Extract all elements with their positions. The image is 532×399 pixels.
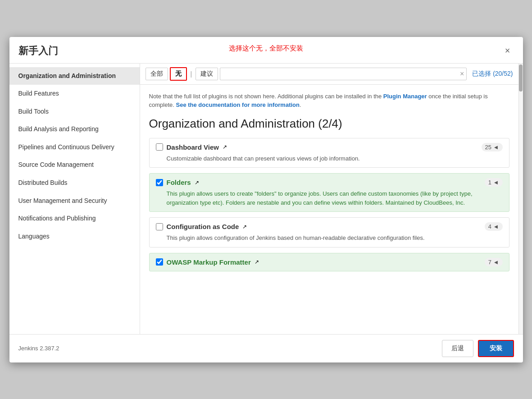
- plugin-count-folders: 1 ◄: [485, 178, 503, 187]
- dialog-title: 新手入门: [18, 44, 58, 58]
- plugin-name-folders: Folders: [167, 179, 191, 186]
- plugin-count-config-as-code: 4 ◄: [485, 222, 503, 231]
- sidebar-item-pipelines[interactable]: Pipelines and Continuous Delivery: [9, 138, 140, 156]
- plugin-item-config-as-code: Configuration as Code↗4 ◄This plugin all…: [149, 217, 509, 248]
- plugin-checkbox-folders[interactable]: [156, 179, 163, 186]
- sidebar-item-languages[interactable]: Languages: [9, 228, 140, 246]
- content-scroll: Note that the full list of plugins is no…: [140, 85, 518, 334]
- plugin-name-config-as-code: Configuration as Code: [167, 223, 239, 230]
- sidebar: Organization and AdministrationBuild Fea…: [9, 64, 140, 334]
- search-wrapper: ×: [220, 68, 467, 80]
- plugin-header-owasp-markup: OWASP Markup Formatter↗7 ◄: [156, 258, 503, 266]
- dialog-footer: Jenkins 2.387.2 后退 安装: [9, 334, 523, 362]
- plugin-desc-dashboard-view: Customizable dashboard that can present …: [156, 154, 503, 163]
- plugin-checkbox-owasp-markup[interactable]: [156, 258, 163, 266]
- search-input[interactable]: [220, 68, 467, 80]
- sidebar-item-distributed[interactable]: Distributed Builds: [9, 174, 140, 192]
- version-text: Jenkins 2.387.2: [18, 345, 59, 352]
- plugin-checkbox-config-as-code[interactable]: [156, 223, 163, 230]
- plugin-link-icon-dashboard-view[interactable]: ↗: [223, 144, 227, 150]
- plugin-header-config-as-code: Configuration as Code↗4 ◄: [156, 222, 503, 231]
- plugin-item-owasp-markup: OWASP Markup Formatter↗7 ◄: [149, 253, 509, 271]
- plugin-item-folders: Folders↗1 ◄This plugin allows users to c…: [149, 173, 509, 212]
- plugin-manager-link[interactable]: Plugin Manager: [383, 93, 427, 100]
- filter-all-button[interactable]: 全部: [146, 68, 168, 80]
- sidebar-item-build-tools[interactable]: Build Tools: [9, 103, 140, 121]
- sidebar-item-build-features[interactable]: Build Features: [9, 85, 140, 103]
- getting-started-dialog: 新手入门 选择这个无，全部不安装 × Organization and Admi…: [9, 37, 523, 362]
- plugin-checkbox-dashboard-view[interactable]: [156, 143, 163, 151]
- plugin-label-folders: Folders↗: [156, 179, 485, 186]
- dialog-header: 新手入门 选择这个无，全部不安装 ×: [9, 37, 523, 64]
- info-note: Note that the full list of plugins is no…: [149, 92, 509, 110]
- plugin-name-owasp-markup: OWASP Markup Formatter: [167, 258, 251, 266]
- plugin-name-dashboard-view: Dashboard View: [167, 143, 219, 151]
- filter-none-button[interactable]: 无: [170, 67, 187, 81]
- scrollbar-thumb[interactable]: [519, 64, 523, 92]
- plugin-link-icon-folders[interactable]: ↗: [195, 179, 199, 186]
- back-button[interactable]: 后退: [442, 340, 473, 357]
- plugin-header-dashboard-view: Dashboard View↗25 ◄: [156, 143, 503, 151]
- plugin-header-folders: Folders↗1 ◄: [156, 178, 503, 187]
- footer-actions: 后退 安装: [442, 340, 514, 357]
- install-button[interactable]: 安装: [478, 340, 514, 357]
- plugin-link-icon-config-as-code[interactable]: ↗: [242, 224, 247, 230]
- plugin-list: Dashboard View↗25 ◄Customizable dashboar…: [149, 138, 509, 271]
- plugin-desc-config-as-code: This plugin allows configuration of Jenk…: [156, 234, 503, 243]
- section-title: Organization and Administration (2/4): [149, 117, 509, 131]
- search-clear-button[interactable]: ×: [460, 70, 464, 78]
- plugin-label-dashboard-view: Dashboard View↗: [156, 143, 482, 151]
- plugin-label-owasp-markup: OWASP Markup Formatter↗: [156, 258, 485, 266]
- sidebar-item-source-code[interactable]: Source Code Management: [9, 156, 140, 174]
- plugin-desc-folders: This plugin allows users to create "fold…: [156, 189, 503, 207]
- selected-count: 已选择 (20/52): [468, 70, 513, 78]
- close-button[interactable]: ×: [501, 45, 514, 57]
- plugin-count-owasp-markup: 7 ◄: [485, 258, 503, 266]
- sidebar-item-notifications[interactable]: Notifications and Publishing: [9, 210, 140, 228]
- main-content: 全部 无 | 建议 × 已选择 (20/52) Note that the fu…: [140, 64, 518, 334]
- plugin-label-config-as-code: Configuration as Code↗: [156, 223, 485, 230]
- plugin-count-dashboard-view: 25 ◄: [482, 143, 503, 151]
- sidebar-item-org-admin[interactable]: Organization and Administration: [9, 67, 140, 85]
- documentation-link[interactable]: See the documentation for more informati…: [176, 101, 299, 108]
- plugin-item-dashboard-view: Dashboard View↗25 ◄Customizable dashboar…: [149, 138, 509, 168]
- sidebar-item-user-mgmt[interactable]: User Management and Security: [9, 192, 140, 210]
- hint-text: 选择这个无，全部不安装: [229, 44, 303, 53]
- plugin-link-icon-owasp-markup[interactable]: ↗: [255, 259, 259, 265]
- filter-bar: 全部 无 | 建议 × 已选择 (20/52): [140, 64, 518, 85]
- filter-suggest-button[interactable]: 建议: [196, 68, 218, 80]
- filter-separator: |: [189, 70, 194, 78]
- dialog-body: Organization and AdministrationBuild Fea…: [9, 64, 523, 334]
- sidebar-item-build-analysis[interactable]: Build Analysis and Reporting: [9, 120, 140, 138]
- scrollbar[interactable]: [518, 64, 523, 334]
